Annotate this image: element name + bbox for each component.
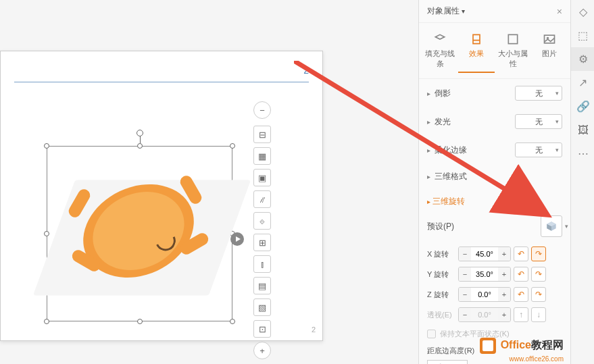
y-rotate-left-button[interactable]: ↶ [514,267,528,282]
slide-number-top: 2 [303,65,309,76]
tab-picture[interactable]: 图片 [531,28,568,73]
rt-export-icon[interactable]: ↗ [571,71,594,95]
canvas-area: 2 [0,0,419,364]
play-icon[interactable] [230,232,244,246]
rotate-right-icon: ↷ [535,290,542,299]
zoom-out-button[interactable]: − [253,101,271,119]
rt-link-icon[interactable]: 🔗 [571,95,594,118]
tool-layers-icon[interactable]: ⊟ [253,126,271,143]
resize-handle-tm[interactable] [137,143,143,149]
y-rotate-right-button[interactable]: ↷ [531,267,546,282]
decrement-button[interactable]: − [459,267,471,281]
z-rotation-spinner[interactable]: − + [458,287,511,302]
rt-more-icon[interactable]: ⋯ [571,142,594,165]
properties-panel: 对象属性 × 填充与线条 效果 大小与属性 图片 ▸ 倒影 无 ▸ 发光 无 ▸ [418,0,570,364]
panel-tabs: 填充与线条 效果 大小与属性 图片 [419,23,570,79]
increment-button[interactable]: + [498,288,510,301]
increment-button[interactable]: + [498,247,510,261]
z-rotation-label: Z 旋转 [427,290,455,300]
selected-image-frame[interactable] [47,146,232,321]
section-soft-edge[interactable]: ▸ 柔化边缘 无 [419,136,570,164]
tool-paste-icon[interactable]: ▧ [253,298,271,316]
size-icon [506,32,520,46]
increment-button: + [498,308,510,321]
tool-edit-icon[interactable]: ⊡ [253,320,271,338]
wide-icon: ↓ [537,310,541,319]
section-shadow[interactable]: ▸ 倒影 无 [419,79,570,107]
chevron-right-icon: ▸ [427,118,430,126]
z-rotation-row: Z 旋转 − + ↶ ↷ [427,287,562,302]
panel-title[interactable]: 对象属性 [427,5,557,17]
z-rotate-right-button[interactable]: ↷ [531,287,546,302]
rt-settings-icon[interactable]: ⚙ [571,47,594,71]
chevron-right-icon: ▸ [427,173,430,180]
preset-label: 预设(P) [427,221,541,232]
chevron-right-icon: ▸ [427,147,430,154]
rotation-title[interactable]: 三维旋转 [427,196,562,207]
x-rotation-row: X 旋转 − + ↶ ↷ [427,246,562,261]
preset-dropdown[interactable] [541,215,562,237]
tool-copy-icon[interactable]: ▤ [253,277,271,294]
z-rotation-input[interactable] [471,288,498,301]
svg-rect-0 [508,34,517,43]
increment-button[interactable]: + [498,267,510,281]
tool-format-icon[interactable]: ⫿ [253,255,271,273]
soft-edge-dropdown[interactable]: 无 [515,142,562,157]
perspective-spinner: − + [458,307,511,322]
resize-handle-br[interactable] [230,319,235,324]
resize-handle-bm[interactable] [137,319,143,324]
rotate-right-icon: ↷ [535,269,542,279]
decrement-button[interactable]: − [459,247,471,261]
resize-handle-ml[interactable] [44,231,49,236]
tool-rotate-icon[interactable]: ⟐ [253,212,271,230]
x-rotation-input[interactable] [471,247,498,261]
perspective-row: 透视(E) − + ↑ ↓ [427,307,562,322]
rt-image-icon[interactable]: 🖼 [571,118,594,142]
glow-dropdown[interactable]: 无 [515,114,562,129]
rt-shape-icon[interactable]: ◇ [571,0,594,24]
tab-effect[interactable]: 效果 [458,28,495,73]
shadow-dropdown[interactable]: 无 [515,86,562,101]
zoom-in-button[interactable]: + [253,342,271,359]
x-rotation-label: X 旋转 [427,249,455,259]
y-rotation-row: Y 旋转 − + ↶ ↷ [427,267,562,282]
rotate-left-icon: ↶ [518,249,524,259]
z-rotate-left-button[interactable]: ↶ [514,287,528,302]
tool-expand-icon[interactable]: ▣ [253,169,271,186]
panel-header: 对象属性 × [419,0,570,23]
perspective-narrow-button: ↑ [514,307,528,322]
decrement-button[interactable]: − [459,288,471,301]
floating-toolbar: − ⊟ ▦ ▣ ⫽ ⟐ ⊞ ⫿ ▤ ▧ ⊡ + [253,101,272,363]
effect-icon [470,32,483,46]
rotate-handle[interactable] [137,130,143,136]
section-glow[interactable]: ▸ 发光 无 [419,107,570,136]
resize-handle-tr[interactable] [230,143,235,149]
y-rotation-input[interactable] [471,267,498,281]
rotated-image [68,167,216,302]
resize-handle-tl[interactable] [44,143,49,149]
rt-style-icon[interactable]: ⬚ [571,24,594,47]
close-icon[interactable]: × [557,6,562,17]
reset-button[interactable]: 重置(R) [427,360,468,364]
tab-size[interactable]: 大小与属性 [495,28,531,73]
perspective-input [471,308,498,321]
perspective-label: 透视(E) [427,310,455,320]
tool-align-icon[interactable]: ⫽ [253,190,271,208]
preset-row: 预设(P) [427,215,562,237]
character-mouth [153,228,178,253]
slide[interactable]: 2 [0,51,323,341]
section-3d-format[interactable]: ▸ 三维格式 [419,164,570,189]
tool-grid-icon[interactable]: ⊞ [253,234,271,251]
tool-crop-icon[interactable]: ▦ [253,147,271,165]
y-rotation-spinner[interactable]: − + [458,267,511,282]
x-rotate-right-button[interactable]: ↷ [531,246,546,261]
decrement-button: − [459,308,471,321]
rotate-right-icon: ↷ [535,249,542,259]
picture-icon [543,32,556,46]
x-rotation-spinner[interactable]: − + [458,246,511,261]
tab-fill[interactable]: 填充与线条 [422,28,458,73]
resize-handle-bl[interactable] [44,319,49,324]
x-rotate-left-button[interactable]: ↶ [514,246,528,261]
rotate-left-icon: ↶ [518,269,524,279]
chevron-right-icon: ▸ [427,90,430,97]
